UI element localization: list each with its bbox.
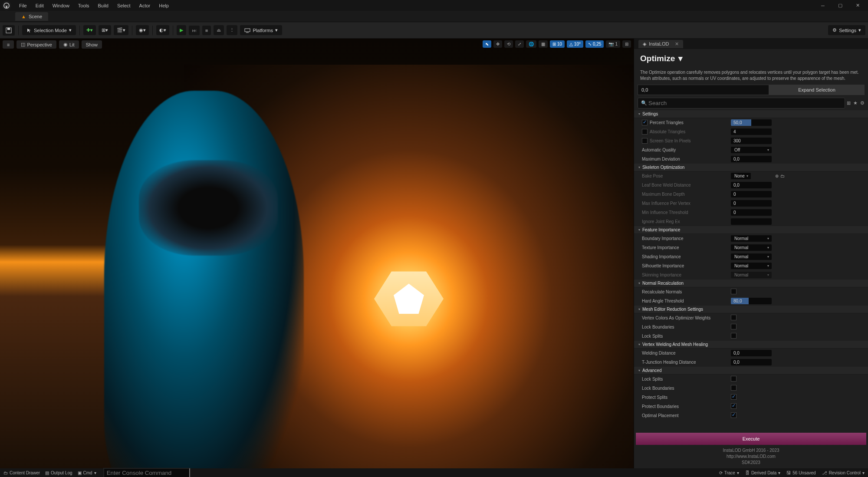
weld-distance-input[interactable]: [731, 350, 772, 356]
menu-help[interactable]: Help: [155, 1, 173, 10]
percent-tri-check[interactable]: [642, 120, 648, 125]
menu-file[interactable]: File: [15, 1, 31, 10]
recalc-normals-check[interactable]: [731, 289, 736, 294]
use-icon[interactable]: 🗀: [780, 174, 785, 178]
search-input[interactable]: [638, 98, 845, 109]
viewport[interactable]: ≡ ◫ Perspective ◉ Lit Show ⬉ ✥ ⟲ ⤢ 🌐 ▦ ⊞…: [0, 39, 634, 468]
auto-quality-dropdown[interactable]: Off: [731, 147, 772, 153]
favorite-icon[interactable]: ★: [853, 100, 858, 106]
max-inf-input[interactable]: [731, 200, 772, 207]
screen-px-input[interactable]: [731, 138, 772, 144]
lock-boundaries-check[interactable]: [731, 324, 736, 329]
skip-button[interactable]: ⏭: [189, 26, 200, 35]
tjunction-input[interactable]: [731, 359, 772, 365]
section-feature[interactable]: Feature Importance: [634, 226, 868, 234]
cinematics-button[interactable]: 🎬▾: [114, 25, 128, 35]
selection-mode-button[interactable]: Selection Mode ▾: [22, 25, 76, 35]
maximize-button[interactable]: ▢: [832, 0, 849, 11]
blueprint-button[interactable]: ⊞▾: [99, 25, 111, 35]
menu-build[interactable]: Build: [94, 1, 113, 10]
menu-window[interactable]: Window: [48, 1, 74, 10]
menu-actor[interactable]: Actor: [135, 1, 155, 10]
bake-pose-dropdown[interactable]: None: [731, 173, 751, 179]
tab-scene[interactable]: ▲ Scene: [15, 12, 48, 21]
perspective-button[interactable]: ◫ Perspective: [16, 40, 56, 49]
menu-edit[interactable]: Edit: [31, 1, 48, 10]
unsaved-button[interactable]: 🖫56 Unsaved: [786, 470, 815, 475]
max-bone-input[interactable]: [731, 191, 772, 197]
menu-tools[interactable]: Tools: [74, 1, 94, 10]
play-options-button[interactable]: ◉▾: [136, 25, 149, 35]
viewport-menu-button[interactable]: ≡: [3, 40, 14, 49]
optimal-placement-check[interactable]: [731, 412, 736, 418]
section-advanced[interactable]: Advanced: [634, 367, 868, 375]
vcolor-weights-check[interactable]: [731, 315, 736, 320]
section-settings[interactable]: Settings: [634, 110, 868, 118]
adv-lock-boundaries-check[interactable]: [731, 385, 736, 391]
panel-title[interactable]: Optimize ▾: [640, 53, 862, 63]
lock-splits-check[interactable]: [731, 333, 736, 339]
trace-button[interactable]: ⟳Trace ▾: [719, 470, 739, 475]
cmd-button[interactable]: ▣Cmd ▾: [78, 470, 96, 475]
shading-imp-dropdown[interactable]: Normal: [731, 253, 772, 260]
section-vertexw[interactable]: Vertex Welding And Mesh Healing: [634, 341, 868, 349]
derived-data-button[interactable]: 🗄Derived Data ▾: [745, 470, 780, 475]
properties-list[interactable]: Settings Percent Triangles Absolute Tria…: [634, 110, 868, 431]
console-input[interactable]: [103, 468, 190, 477]
expand-selection-button[interactable]: Expand Selection: [769, 85, 865, 95]
revision-control-button[interactable]: ⎇Revision Control ▾: [822, 470, 865, 475]
stop-button[interactable]: ■: [202, 26, 211, 35]
hard-angle-input[interactable]: [731, 298, 772, 304]
percent-tri-input[interactable]: [731, 119, 772, 126]
abs-tri-check[interactable]: [642, 129, 648, 135]
rotate-tool[interactable]: ⟲: [504, 40, 513, 48]
add-content-button[interactable]: ✚▾: [83, 25, 96, 35]
screen-px-check[interactable]: [642, 138, 648, 144]
show-button[interactable]: Show: [82, 40, 102, 49]
ignore-joint-input[interactable]: [731, 218, 772, 225]
leaf-bone-input[interactable]: [731, 182, 772, 188]
grid-snap[interactable]: ⊞ 10: [550, 40, 565, 48]
close-tab-icon[interactable]: ✕: [675, 41, 679, 47]
platforms-button[interactable]: Platforms ▾: [240, 25, 282, 35]
abs-tri-input[interactable]: [731, 128, 772, 135]
boundary-imp-dropdown[interactable]: Normal: [731, 235, 772, 242]
select-tool[interactable]: ⬉: [483, 40, 491, 48]
execute-button[interactable]: Execute: [636, 433, 866, 445]
settings-icon[interactable]: ⚙: [860, 100, 865, 106]
angle-snap[interactable]: △ 10°: [567, 40, 583, 48]
play-menu-button[interactable]: ⋮: [227, 25, 237, 35]
eject-button[interactable]: ⏏: [214, 25, 224, 35]
output-log-button[interactable]: ▤Output Log: [45, 470, 72, 475]
minimize-button[interactable]: ─: [814, 0, 832, 11]
lit-button[interactable]: ◉ Lit: [59, 40, 79, 49]
content-drawer-button[interactable]: 🗀Content Drawer: [3, 470, 40, 475]
filter-icon[interactable]: ⊞: [847, 100, 851, 106]
play-button[interactable]: ▶: [177, 25, 186, 35]
min-inf-input[interactable]: [731, 209, 772, 216]
scale-snap[interactable]: ⤡ 0,25: [585, 40, 604, 48]
close-button[interactable]: ✕: [849, 0, 866, 11]
protect-splits-check[interactable]: [731, 394, 736, 400]
move-tool[interactable]: ✥: [493, 40, 502, 48]
section-normal[interactable]: Normal Recalculation: [634, 280, 868, 287]
camera-speed[interactable]: 📷1: [606, 40, 620, 48]
rendering-button[interactable]: ◐▾: [156, 25, 169, 35]
section-meshred[interactable]: Mesh Editor Reduction Settings: [634, 306, 868, 313]
panel-tab-instalod[interactable]: ◈ InstaLOD ✕: [638, 40, 683, 48]
browse-icon[interactable]: ⊕: [775, 174, 779, 178]
max-dev-input[interactable]: [731, 156, 772, 162]
adv-lock-splits-check[interactable]: [731, 376, 736, 382]
skinning-imp-dropdown[interactable]: Normal: [731, 272, 772, 278]
texture-imp-dropdown[interactable]: Normal: [731, 244, 772, 251]
maximize-viewport[interactable]: ⊞: [622, 40, 631, 48]
protect-boundaries-check[interactable]: [731, 403, 736, 409]
silhouette-imp-dropdown[interactable]: Normal: [731, 263, 772, 269]
coord-toggle[interactable]: 🌐: [526, 40, 536, 48]
surface-snap[interactable]: ▦: [539, 40, 548, 48]
menu-select[interactable]: Select: [113, 1, 135, 10]
scale-tool[interactable]: ⤢: [515, 40, 524, 48]
section-skeleton[interactable]: Skeleton Optimization: [634, 164, 868, 171]
selection-value[interactable]: 0,0: [638, 85, 769, 95]
save-button[interactable]: [3, 25, 15, 36]
